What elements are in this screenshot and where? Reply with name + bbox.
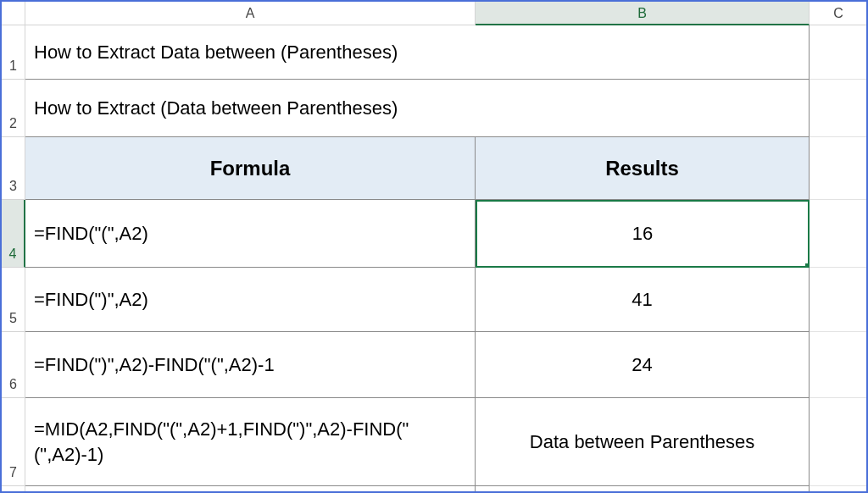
row-header-2[interactable]: 2	[2, 80, 25, 137]
cell-A4[interactable]: =FIND("(",A2)	[25, 200, 476, 268]
row-header-7[interactable]: 7	[2, 398, 25, 486]
cell-C8[interactable]	[810, 486, 868, 493]
row-header-1[interactable]: 1	[2, 25, 25, 80]
cell-B6[interactable]: 24	[476, 332, 810, 398]
row-header-4[interactable]: 4	[2, 200, 25, 268]
col-header-C[interactable]: C	[810, 2, 868, 25]
row-header-5[interactable]: 5	[2, 268, 25, 332]
row-header-8[interactable]	[2, 486, 25, 493]
cell-C6[interactable]	[810, 332, 868, 398]
cell-B7[interactable]: Data between Parentheses	[476, 398, 810, 486]
cell-C3[interactable]	[810, 137, 868, 200]
cell-B4[interactable]: 16	[476, 200, 810, 268]
fill-handle[interactable]	[805, 263, 810, 268]
cell-A5[interactable]: =FIND(")",A2)	[25, 268, 476, 332]
row-header-3[interactable]: 3	[2, 137, 25, 200]
cell-C7[interactable]	[810, 398, 868, 486]
cell-B5[interactable]: 41	[476, 268, 810, 332]
cell-C5[interactable]	[810, 268, 868, 332]
cell-C4[interactable]	[810, 200, 868, 268]
cell-C1[interactable]	[810, 25, 868, 80]
spreadsheet-grid[interactable]: A B C 1 How to Extract Data between (Par…	[2, 2, 866, 493]
col-header-A[interactable]: A	[25, 2, 476, 25]
col-header-B[interactable]: B	[476, 2, 810, 25]
cell-C2[interactable]	[810, 80, 868, 137]
row-header-6[interactable]: 6	[2, 332, 25, 398]
cell-A7[interactable]: =MID(A2,FIND("(",A2)+1,FIND(")",A2)-FIND…	[25, 398, 476, 486]
cell-A8[interactable]	[25, 486, 476, 493]
corner-select-all[interactable]	[2, 2, 25, 25]
cell-B8[interactable]	[476, 486, 810, 493]
cell-B3[interactable]: Results	[476, 137, 810, 200]
cell-A6[interactable]: =FIND(")",A2)-FIND("(",A2)-1	[25, 332, 476, 398]
cell-B4-value: 16	[486, 223, 799, 245]
cell-A3[interactable]: Formula	[25, 137, 476, 200]
cell-A1[interactable]: How to Extract Data between (Parentheses…	[25, 25, 810, 80]
cell-A2[interactable]: How to Extract (Data between Parentheses…	[25, 80, 810, 137]
